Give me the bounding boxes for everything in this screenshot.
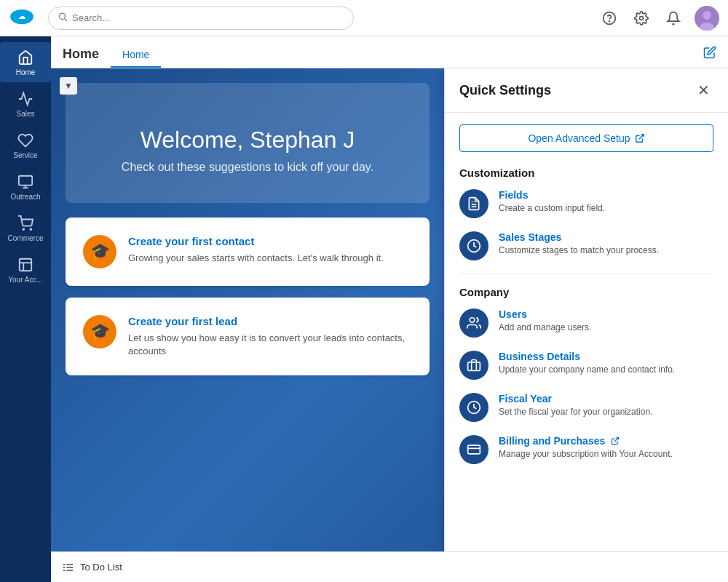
- svg-point-8: [703, 11, 711, 20]
- sidebar-item-sales[interactable]: Sales: [0, 84, 51, 124]
- sidebar-home-label: Home: [16, 68, 36, 76]
- sidebar-item-outreach[interactable]: Outreach: [0, 167, 51, 207]
- quick-settings-header: Quick Settings ✕: [445, 68, 728, 113]
- sub-navigation: Home Home: [51, 36, 728, 68]
- suggestion-title-lead[interactable]: Create your first lead: [128, 315, 412, 327]
- suggestion-icon-contact: 🎓: [83, 235, 116, 268]
- quick-settings-body: Open Advanced Setup Customization: [445, 113, 728, 489]
- billing-title: Billing and Purchases: [499, 435, 673, 447]
- billing-icon: [459, 435, 488, 464]
- top-navigation: ☁: [0, 0, 728, 36]
- todo-list-icon: [63, 562, 74, 573]
- business-details-desc: Update your company name and contact inf…: [499, 364, 675, 376]
- bottom-bar[interactable]: To Do List: [51, 551, 728, 582]
- settings-icon[interactable]: [630, 7, 652, 29]
- welcome-title: Welcome, Stephan J: [95, 127, 400, 154]
- qs-item-users[interactable]: Users Add and manage users.: [459, 308, 713, 338]
- suggestion-body-contact: Create your first contact Growing your s…: [128, 235, 384, 265]
- suggestion-body-lead: Create your first lead Let us show you h…: [128, 315, 412, 358]
- svg-point-14: [30, 228, 31, 230]
- sales-stages-title: Sales Stages: [499, 231, 659, 243]
- fields-icon: [459, 189, 488, 218]
- quick-settings-title: Quick Settings: [459, 83, 551, 98]
- svg-point-6: [640, 16, 644, 20]
- salesforce-logo[interactable]: ☁: [9, 4, 35, 33]
- search-input[interactable]: [72, 12, 344, 23]
- open-setup-label: Open Advanced Setup: [528, 132, 630, 144]
- main-layout: Home Sales Service Outreach: [0, 36, 728, 582]
- page-title: Home: [63, 47, 99, 68]
- svg-line-27: [614, 438, 619, 442]
- fields-desc: Create a custom input field.: [499, 202, 605, 215]
- business-details-title: Business Details: [499, 351, 675, 362]
- sidebar-sales-label: Sales: [16, 110, 34, 118]
- search-icon: [58, 12, 68, 25]
- fiscal-year-title: Fiscal Year: [499, 393, 652, 404]
- todo-list-label: To Do List: [80, 562, 122, 573]
- sidebar-item-youracc[interactable]: Your Acc...: [0, 250, 51, 290]
- sub-nav-tabs: Home: [111, 43, 161, 68]
- qs-item-business-details[interactable]: Business Details Update your company nam…: [459, 351, 713, 380]
- suggestion-title-contact[interactable]: Create your first contact: [128, 235, 384, 247]
- qs-section-divider: [459, 274, 713, 274]
- qs-item-fiscal-year[interactable]: Fiscal Year Set the fiscal year for your…: [459, 393, 713, 422]
- svg-rect-23: [468, 362, 480, 371]
- qs-item-sales-stages[interactable]: Sales Stages Customize stages to match y…: [459, 231, 713, 260]
- notifications-icon[interactable]: [662, 7, 684, 29]
- sidebar-item-commerce[interactable]: Commerce: [0, 208, 51, 248]
- suggestion-desc-contact: Growing your sales starts with contacts.…: [128, 252, 384, 265]
- fields-title: Fields: [499, 189, 605, 201]
- content-area: Home Home ▼ Welcome, Stephan J Check o: [51, 36, 728, 582]
- quick-settings-panel: Quick Settings ✕ Open Advanced Setup: [444, 68, 728, 551]
- fiscal-year-desc: Set the fiscal year for your organizatio…: [499, 406, 652, 418]
- sales-stages-body: Sales Stages Customize stages to match y…: [499, 231, 659, 257]
- users-icon: [459, 308, 488, 338]
- nav-icons: [598, 6, 719, 31]
- svg-rect-15: [20, 259, 32, 271]
- avatar[interactable]: [695, 6, 719, 31]
- sidebar-service-label: Service: [13, 151, 37, 159]
- open-advanced-setup-button[interactable]: Open Advanced Setup: [459, 124, 713, 152]
- close-icon[interactable]: ✕: [693, 80, 713, 100]
- svg-line-18: [638, 135, 643, 139]
- dropdown-arrow[interactable]: ▼: [60, 77, 77, 95]
- suggestion-card-contact[interactable]: 🎓 Create your first contact Growing your…: [66, 218, 430, 286]
- suggestion-card-lead[interactable]: 🎓 Create your first lead Let us show you…: [66, 298, 430, 375]
- sidebar-outreach-label: Outreach: [10, 193, 40, 201]
- qs-item-fields[interactable]: Fields Create a custom input field.: [459, 189, 713, 218]
- page-background: ▼ Welcome, Stephan J Check out these sug…: [51, 68, 728, 551]
- search-bar[interactable]: [48, 7, 354, 30]
- billing-desc: Manage your subscription with Your Accou…: [499, 448, 673, 461]
- svg-point-2: [59, 13, 65, 19]
- sidebar: Home Sales Service Outreach: [0, 36, 51, 582]
- svg-rect-25: [468, 445, 480, 454]
- customization-section-title: Customization: [459, 167, 713, 179]
- fields-body: Fields Create a custom input field.: [499, 189, 605, 215]
- help-icon[interactable]: [598, 7, 620, 29]
- svg-text:☁: ☁: [18, 12, 25, 20]
- users-desc: Add and manage users.: [499, 322, 591, 334]
- sidebar-item-home[interactable]: Home: [0, 42, 51, 82]
- business-details-body: Business Details Update your company nam…: [499, 351, 675, 376]
- home-content: ▼ Welcome, Stephan J Check out these sug…: [51, 68, 444, 551]
- business-details-icon: [459, 351, 488, 380]
- users-body: Users Add and manage users.: [499, 308, 591, 334]
- fiscal-year-body: Fiscal Year Set the fiscal year for your…: [499, 393, 652, 418]
- users-title: Users: [499, 308, 591, 320]
- welcome-subtitle: Check out these suggestions to kick off …: [95, 161, 400, 174]
- billing-body: Billing and Purchases Manage your subscr…: [499, 435, 673, 461]
- tab-home[interactable]: Home: [111, 43, 161, 68]
- sidebar-item-service[interactable]: Service: [0, 125, 51, 165]
- svg-rect-10: [19, 176, 32, 186]
- svg-point-22: [470, 318, 475, 323]
- welcome-card: Welcome, Stephan J Check out these sugge…: [66, 83, 430, 203]
- svg-point-13: [23, 228, 24, 230]
- qs-item-billing[interactable]: Billing and Purchases Manage your subscr…: [459, 435, 713, 464]
- sales-stages-desc: Customize stages to match your process.: [499, 244, 659, 257]
- edit-icon[interactable]: [703, 46, 716, 68]
- company-section-title: Company: [459, 286, 713, 298]
- suggestion-desc-lead: Let us show you how easy it is to conver…: [128, 332, 412, 358]
- suggestion-icon-lead: 🎓: [83, 315, 116, 348]
- fiscal-year-icon: [459, 393, 488, 422]
- billing-title-text: Billing and Purchases: [499, 435, 605, 447]
